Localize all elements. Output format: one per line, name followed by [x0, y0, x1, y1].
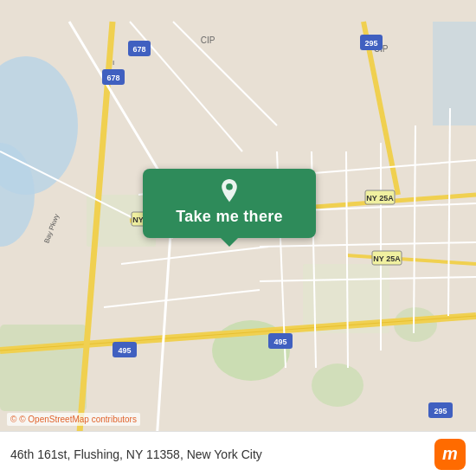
svg-text:678: 678	[106, 74, 119, 82]
svg-point-5	[312, 363, 363, 407]
svg-text:678: 678	[132, 45, 145, 54]
map-svg: 678 I 678 CIP CIP 295 NY 25A NY 25A NY 2…	[0, 0, 476, 476]
svg-rect-6	[0, 325, 87, 411]
svg-text:NY 25A: NY 25A	[373, 254, 401, 263]
osm-attribution: © © OpenStreetMap contributors	[7, 413, 140, 426]
svg-rect-3	[433, 22, 476, 125]
osm-icon: ©	[10, 415, 16, 424]
location-pin-icon	[216, 179, 242, 208]
svg-text:I: I	[113, 59, 114, 67]
svg-text:495: 495	[273, 338, 286, 346]
moovit-logo: m	[434, 439, 466, 470]
map-container: 678 I 678 CIP CIP 295 NY 25A NY 25A NY 2…	[0, 0, 476, 476]
address-text: 46th 161st, Flushing, NY 11358, New York…	[10, 447, 426, 461]
take-me-there-button[interactable]: Take me there	[143, 169, 316, 238]
osm-text: © OpenStreetMap contributors	[19, 415, 137, 424]
map-background: 678 I 678 CIP CIP 295 NY 25A NY 25A NY 2…	[0, 0, 476, 476]
svg-text:NY 25A: NY 25A	[366, 194, 394, 203]
moovit-letter: m	[442, 444, 458, 464]
svg-text:CIP: CIP	[201, 35, 215, 45]
svg-text:495: 495	[118, 346, 131, 355]
svg-point-33	[226, 183, 233, 190]
svg-text:295: 295	[364, 39, 377, 48]
info-bar: 46th 161st, Flushing, NY 11358, New York…	[0, 431, 476, 476]
svg-text:295: 295	[434, 407, 447, 415]
moovit-icon: m	[434, 439, 466, 470]
cta-button-label: Take me there	[176, 208, 283, 226]
